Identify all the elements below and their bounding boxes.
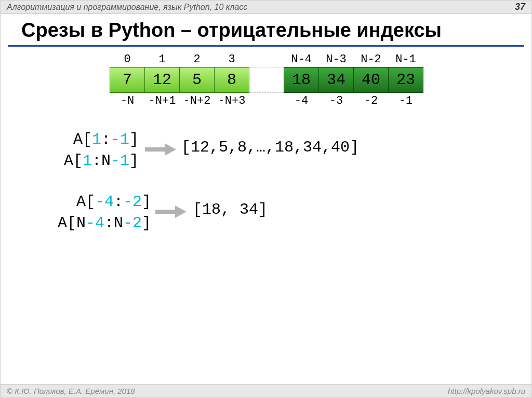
array-cell: 7 (110, 67, 145, 93)
header-bar: Алгоритмизация и программирование, язык … (1, 1, 531, 14)
idx-top: 2 (180, 51, 215, 67)
svg-marker-3 (175, 205, 187, 218)
array-cell: 40 (354, 67, 389, 93)
array-top-indices: 0 1 2 3 N-4 N-3 N-2 N-1 (110, 51, 423, 67)
arrow-icon (155, 205, 187, 218)
code-line: A[-4:-2] (37, 191, 151, 213)
array-cell: 18 (284, 67, 319, 93)
slide-title: Срезы в Python – отрицательные индексы (21, 19, 442, 42)
slice-example-1-result: [12,5,8,…,18,34,40] (181, 139, 359, 156)
idx-top: 1 (145, 51, 180, 67)
idx-gap (249, 51, 284, 67)
idx-bot: -1 (389, 93, 423, 109)
code-line: A[1:N-1] (45, 150, 139, 172)
idx-bot: -3 (319, 93, 354, 109)
title-underline (8, 45, 524, 47)
idx-top: N-3 (319, 51, 354, 67)
svg-marker-1 (165, 143, 176, 156)
slice-example-1-code: A[1:-1] A[1:N-1] (45, 129, 139, 171)
idx-top: 3 (215, 51, 249, 67)
idx-gap (249, 93, 284, 109)
idx-bot: -N+3 (215, 93, 249, 109)
svg-rect-2 (155, 210, 175, 214)
code-line: A[N-4:N-2] (37, 213, 151, 234)
idx-bot: -N+2 (180, 93, 215, 109)
array-cell: 34 (319, 67, 354, 93)
array-bottom-indices: -N -N+1 -N+2 -N+3 -4 -3 -2 -1 (110, 93, 423, 109)
array-diagram: 0 1 2 3 N-4 N-3 N-2 N-1 7 12 5 8 18 34 4… (1, 51, 532, 108)
footer-authors: © К.Ю. Поляков, Е.А. Ерёмин, 2018 (7, 387, 135, 395)
idx-bot: -2 (354, 93, 389, 109)
code-line: A[1:-1] (45, 129, 139, 150)
idx-top: N-2 (354, 51, 389, 67)
idx-top: N-1 (389, 51, 423, 67)
footer-bar: © К.Ю. Поляков, Е.А. Ерёмин, 2018 http:/… (1, 384, 531, 397)
idx-bot: -N+1 (145, 93, 180, 109)
slide: Алгоритмизация и программирование, язык … (0, 0, 532, 398)
slice-example-2-result: [18, 34] (193, 201, 268, 218)
idx-bot: -N (110, 93, 145, 109)
array-cell: 12 (145, 67, 180, 93)
array-gap (249, 67, 284, 93)
footer-url: http://kpolyakov.spb.ru (448, 387, 525, 395)
idx-bot: -4 (284, 93, 319, 109)
idx-top: N-4 (284, 51, 319, 67)
array-cell: 5 (180, 67, 215, 93)
array-cells: 7 12 5 8 18 34 40 23 (110, 67, 423, 93)
array-cell: 23 (389, 67, 423, 93)
page-number: 37 (515, 2, 525, 12)
slice-example-2-code: A[-4:-2] A[N-4:N-2] (37, 191, 151, 234)
array-cell: 8 (215, 67, 249, 93)
svg-rect-0 (145, 147, 165, 152)
header-text: Алгоритмизация и программирование, язык … (7, 3, 247, 12)
arrow-icon (145, 143, 176, 156)
idx-top: 0 (110, 51, 145, 67)
